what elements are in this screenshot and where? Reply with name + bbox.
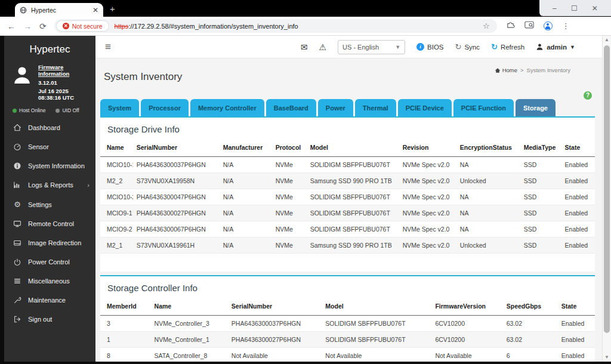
table-header-row: NameSerialNumberManufacturerProtocolMode… [100, 138, 595, 157]
table-cell: NVMe [272, 237, 307, 254]
tab-pcie-device[interactable]: PCIE Device [398, 99, 452, 116]
table-row: MCIO10-2PHA6436300047P6HGNN/ANVMeSOLIDIG… [100, 189, 595, 205]
table-cell: MCIO10-1 [100, 157, 133, 173]
bookmark-star-icon[interactable]: ☆ [483, 21, 490, 30]
table-cell: NVMe [272, 221, 307, 237]
user-menu[interactable]: admin ▼ [536, 43, 575, 51]
breadcrumb-home[interactable]: Home [495, 67, 517, 73]
scroll-down-icon[interactable]: ▼ [603, 353, 611, 362]
reload-icon[interactable]: ⟳ [39, 21, 47, 31]
table-cell: Enabled [561, 237, 595, 254]
sidebar-item-maintenance[interactable]: Maintenance [4, 291, 95, 310]
bios-button[interactable]: i BIOS [416, 43, 443, 51]
language-select[interactable]: US - English ▼ [338, 40, 405, 54]
table-cell: N/A [220, 237, 272, 254]
sidebar-item-system-information[interactable]: System Information [4, 156, 95, 175]
sidebar-item-miscellaneous[interactable]: Miscellaneous [4, 272, 95, 291]
maximize-button[interactable]: ☐ [571, 4, 578, 13]
page-scrollbar[interactable]: ▲ ▼ [602, 36, 611, 362]
sidebar-item-image-redirection[interactable]: Image Redirection [4, 233, 95, 252]
table-cell: SATA_Controller_8 [151, 348, 228, 362]
table-row: MCIO10-1PHA6436300037P6HGNN/ANVMeSOLIDIG… [100, 157, 595, 173]
table-cell: NA [456, 205, 520, 221]
sidebar-item-power-control[interactable]: Power Control [4, 252, 95, 272]
tab-pcie-function[interactable]: PCIE Function [453, 99, 514, 116]
table-cell: NVMe [272, 173, 307, 189]
help-icon[interactable]: ? [584, 91, 592, 100]
tab-processor[interactable]: Processor [141, 99, 189, 116]
table-row: M2_1S73VNU0XA19961HN/ANVMeSamsung SSD 99… [100, 237, 595, 254]
not-secure-label: Not secure [72, 23, 103, 30]
sync-button[interactable]: ↻ Sync [455, 42, 480, 51]
table-cell: 63.02 [503, 332, 558, 348]
bios-info-icon: i [416, 43, 424, 51]
info-icon [13, 162, 21, 170]
storage-controller-table: MemberIdNameSerialNumberModelFirmwareVer… [100, 297, 595, 362]
sidebar-item-dashboard[interactable]: Dashboard [4, 118, 95, 137]
table-cell: SSD [520, 221, 561, 237]
table-cell: 6 [503, 348, 558, 362]
sidebar: Hypertec Firmware Information 3.12.01 Ju… [0, 36, 95, 362]
firmware-version: 3.12.01 [38, 79, 92, 86]
firmware-information-link[interactable]: Firmware Information [38, 64, 92, 77]
tab-system[interactable]: System [100, 99, 139, 116]
table-cell: NA [456, 221, 520, 237]
sidebar-item-sensor[interactable]: Sensor [4, 137, 95, 156]
table-cell: SSD [520, 173, 561, 189]
url-bar[interactable]: ✕ Not secure https://172.29.2.58/#system… [54, 19, 497, 33]
table-cell: N/A [220, 173, 272, 189]
table-cell: S73VNU0XA19958N [133, 173, 220, 189]
alert-icon[interactable]: ⚠ [319, 42, 326, 52]
tab-storage[interactable]: Storage [516, 99, 556, 116]
scroll-up-icon[interactable]: ▲ [603, 36, 611, 44]
gauge-icon [13, 143, 21, 151]
new-tab-button[interactable]: + [110, 4, 115, 13]
gear-icon: ⚙ [13, 200, 21, 209]
table-cell: PHA6436300037P6HGN [133, 157, 220, 173]
minimize-button[interactable]: – [553, 4, 557, 13]
back-icon[interactable]: ← [7, 21, 16, 31]
menu-kebab-icon[interactable]: ⋮ [562, 21, 570, 30]
hamburger-menu-icon[interactable]: ≡ [105, 41, 110, 53]
tab-memory-controller[interactable]: Memory Controller [190, 99, 264, 116]
sidebar-item-remote-control[interactable]: Remote Control [4, 214, 95, 233]
firmware-block: Firmware Information 3.12.01 Jul 16 2025… [4, 61, 95, 103]
storage-drive-info-panel: Storage Drive Info NameSerialNumberManuf… [100, 116, 595, 272]
sidebar-item-logs-reports[interactable]: Logs & Reports › [4, 175, 95, 195]
tab-content: Storage Drive Info NameSerialNumberManuf… [100, 116, 595, 362]
firmware-date: Jul 16 2025 08:38:16 UTC [38, 88, 92, 101]
extensions-icon[interactable] [506, 20, 515, 32]
browser-toolbar: ← → ⟳ ✕ Not secure https://172.29.2.58/#… [0, 17, 611, 36]
tab-baseboard[interactable]: BaseBoard [266, 99, 316, 116]
scrollbar-thumb[interactable] [604, 45, 610, 333]
forward-icon[interactable]: → [23, 21, 32, 31]
profile-icon[interactable] [544, 21, 553, 30]
uid-off-dot-icon [55, 109, 60, 113]
search-sidebar-icon[interactable] [524, 21, 534, 32]
column-header: State [561, 138, 595, 157]
power-icon [13, 258, 21, 266]
refresh-button[interactable]: ↻ Refresh [491, 42, 524, 51]
mail-icon[interactable]: ✉ [301, 42, 308, 52]
table-cell: PHA6436300027P6HGN [133, 205, 220, 221]
table-cell: NVMe [272, 189, 307, 205]
tab-power[interactable]: Power [318, 99, 353, 116]
close-button[interactable]: ✕ [592, 4, 598, 13]
table-cell: NVMe [272, 205, 307, 221]
bar-chart-icon [13, 181, 21, 189]
table-cell: Unlocked [456, 173, 520, 189]
table-header-row: MemberIdNameSerialNumberModelFirmwareVer… [100, 297, 595, 316]
sync-icon: ↻ [455, 42, 462, 51]
tab-bar: System Processor Memory Controller BaseB… [100, 99, 611, 116]
table-cell: NVMe Spec v2.0 [399, 221, 456, 237]
tab-close-icon[interactable]: ✕ [92, 6, 98, 14]
sidebar-item-sign-out[interactable]: Sign out [4, 310, 95, 329]
sidebar-item-settings[interactable]: ⚙ Settings [4, 195, 95, 214]
browser-tab[interactable]: Hypertec ✕ [15, 3, 103, 17]
table-cell: PHA6436300027P6HGN [228, 332, 322, 348]
table-cell: Enabled [561, 221, 595, 237]
table-cell: 6CV10200 [431, 316, 502, 332]
table-cell: N/A [220, 221, 272, 237]
tab-thermal[interactable]: Thermal [355, 99, 396, 116]
not-secure-badge[interactable]: ✕ Not secure [56, 20, 109, 32]
